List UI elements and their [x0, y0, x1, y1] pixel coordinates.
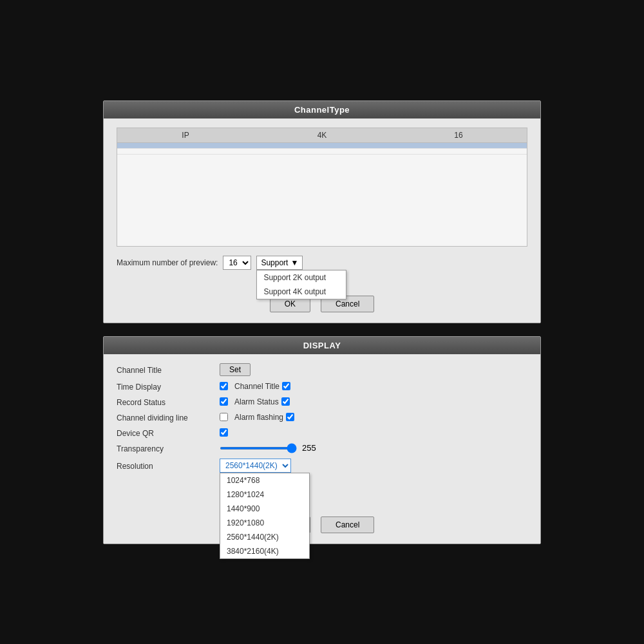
time-display-value: Channel Title — [220, 381, 527, 392]
table-row[interactable] — [117, 143, 527, 149]
display-cancel-button[interactable]: Cancel — [321, 516, 374, 533]
alarm-flashing-checkbox-group: Alarm flashing — [234, 413, 294, 422]
resolution-item-1024[interactable]: 1024*768 — [220, 473, 309, 488]
header-4k: 4K — [254, 128, 390, 142]
channel-type-title: ChannelType — [104, 101, 540, 118]
cell-16 — [390, 143, 527, 148]
cell-4k — [254, 149, 390, 154]
transparency-slider[interactable] — [220, 447, 297, 450]
header-16: 16 — [390, 128, 527, 142]
alarm-status-checkbox[interactable] — [281, 397, 290, 406]
table-row[interactable] — [117, 149, 527, 155]
cell-ip — [117, 149, 254, 154]
display-buttons: OK Cancel — [117, 516, 527, 533]
cell-ip — [117, 143, 254, 148]
resolution-label: Resolution — [117, 459, 220, 473]
resolution-item-1280[interactable]: 1280*1024 — [220, 488, 309, 502]
resolution-item-2560[interactable]: 2560*1440(2K) — [220, 530, 309, 544]
channel-dividing-value: Alarm flashing — [220, 412, 527, 422]
display-settings-grid: Channel Title Set Time Display Channel T… — [117, 363, 527, 491]
resolution-select[interactable]: 1024*768 1280*1024 1440*900 1920*1080 25… — [220, 459, 291, 473]
max-preview-select[interactable]: 16 — [223, 256, 251, 270]
channel-dividing-label: Channel dividing line — [117, 412, 220, 422]
channel-title-checkbox-group: Channel Title — [234, 382, 290, 391]
set-button[interactable]: Set — [220, 363, 251, 376]
channel-list-header: IP 4K 16 — [117, 128, 527, 143]
alarm-flashing-label: Alarm flashing — [234, 413, 283, 422]
support-label: Support — [261, 258, 288, 267]
record-status-value: Alarm Status — [220, 397, 527, 407]
channel-title-value: Set — [220, 363, 527, 376]
alarm-status-label: Alarm Status — [234, 397, 279, 406]
transparency-value: 255 — [220, 443, 527, 453]
resolution-item-1920[interactable]: 1920*1080 — [220, 516, 309, 530]
display-dialog: DISPLAY Channel Title Set Time Display C… — [103, 336, 541, 544]
channel-list-container: IP 4K 16 — [117, 128, 527, 247]
transparency-label: Transparency — [117, 443, 220, 453]
resolution-dropdown: 1024*768 1280*1024 1440*900 1920*1080 25… — [220, 473, 310, 559]
resolution-container: 1024*768 1280*1024 1440*900 1920*1080 25… — [220, 459, 291, 473]
record-status-checkbox[interactable] — [220, 397, 228, 406]
tour-label-empty — [117, 478, 220, 491]
channel-title-checkbox-label: Channel Title — [234, 382, 279, 391]
cell-16 — [390, 149, 527, 154]
time-display-checkbox[interactable] — [220, 382, 228, 390]
support-chevron-icon: ▼ — [290, 258, 298, 267]
support-dropdown-container: Support ▼ Support 2K output Support 4K o… — [256, 256, 303, 270]
support-dropdown-button[interactable]: Support ▼ — [256, 256, 303, 270]
channel-list-body[interactable] — [117, 143, 527, 246]
channel-dividing-checkbox-group — [220, 413, 228, 421]
record-status-label: Record Status — [117, 397, 220, 407]
channel-dividing-checkbox[interactable] — [220, 413, 228, 421]
alarm-status-checkbox-group: Alarm Status — [234, 397, 290, 406]
channel-type-body: IP 4K 16 Maximum number of preview: — [104, 118, 540, 323]
device-qr-checkbox-group — [220, 428, 228, 437]
device-qr-label: Device QR — [117, 428, 220, 438]
display-title: DISPLAY — [104, 337, 540, 354]
time-display-label: Time Display — [117, 381, 220, 392]
alarm-flashing-checkbox[interactable] — [286, 413, 294, 421]
resolution-value: 1024*768 1280*1024 1440*900 1920*1080 25… — [220, 459, 527, 473]
channel-type-dialog: ChannelType IP 4K 16 — [103, 100, 541, 323]
channel-title-label: Channel Title — [117, 363, 220, 376]
record-status-checkbox-group — [220, 397, 228, 406]
support-menu: Support 2K output Support 4K output — [256, 270, 346, 299]
header-ip: IP — [117, 128, 254, 142]
support-menu-item-2k[interactable]: Support 2K output — [257, 270, 346, 285]
max-preview-row: Maximum number of preview: 16 Support ▼ … — [117, 256, 527, 270]
cell-4k — [254, 143, 390, 148]
transparency-number: 255 — [302, 443, 316, 453]
support-menu-item-4k[interactable]: Support 4K output — [257, 285, 346, 299]
resolution-item-1440[interactable]: 1440*900 — [220, 502, 309, 516]
display-body: Channel Title Set Time Display Channel T… — [104, 354, 540, 544]
time-display-checkbox-group — [220, 382, 228, 390]
resolution-item-3840[interactable]: 3840*2160(4K) — [220, 544, 309, 558]
device-qr-value — [220, 428, 527, 438]
max-preview-label: Maximum number of preview: — [117, 258, 218, 267]
transparency-slider-row: 255 — [220, 443, 316, 453]
channel-title-checkbox[interactable] — [282, 382, 290, 390]
device-qr-checkbox[interactable] — [220, 428, 228, 437]
